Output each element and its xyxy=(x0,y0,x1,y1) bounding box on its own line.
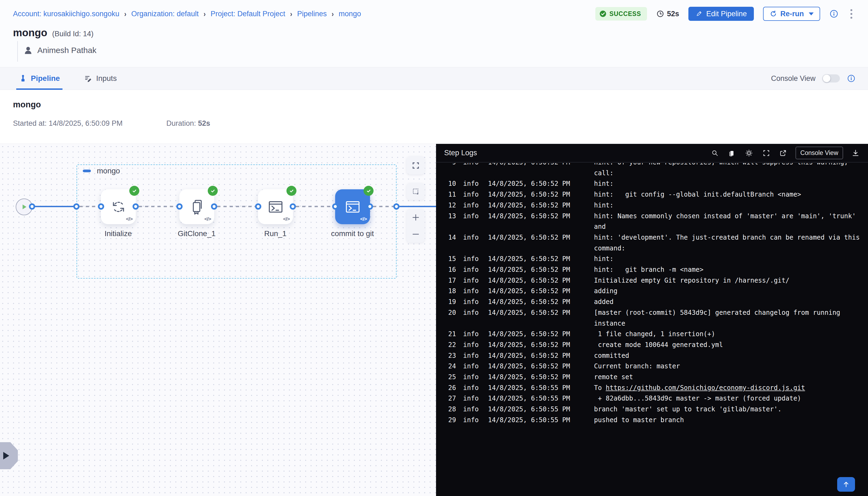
log-toolbar: Console View xyxy=(711,146,860,159)
info-icon[interactable] xyxy=(829,9,838,18)
arrow-right-icon xyxy=(3,452,9,460)
log-line: + 82a6dbb...5843d9c master -> master (fo… xyxy=(594,393,868,404)
log-row: 15info14/8/2025, 6:50:52 PMhint: xyxy=(436,254,868,264)
search-icon[interactable] xyxy=(711,149,719,157)
pipeline-canvas[interactable]: mongo </>Initialize </>GitClone_1 </>Run… xyxy=(0,144,436,496)
log-message: [master (root-commit) 5843d9c] generated… xyxy=(594,308,868,329)
settings-gear-icon[interactable] xyxy=(744,148,754,158)
log-level: info xyxy=(463,200,480,211)
log-line-number: 27 xyxy=(444,393,456,404)
duration-value: 52s xyxy=(198,119,210,127)
more-options-button[interactable] xyxy=(848,7,855,20)
log-body[interactable]: 9info14/8/2025, 6:50:52 PMhint: of your … xyxy=(436,163,868,496)
duration-text: 52s xyxy=(667,10,679,18)
rerun-label: Re-run xyxy=(780,10,804,18)
code-icon: </> xyxy=(204,216,211,222)
log-message: pushed to master branch xyxy=(594,415,868,426)
breadcrumb-item[interactable]: Project: Default Project xyxy=(211,10,285,18)
log-message: hint: 'development'. The just-created br… xyxy=(594,232,868,254)
collapse-icon[interactable] xyxy=(83,170,91,172)
log-line-number: 11 xyxy=(444,189,456,200)
log-message: added xyxy=(594,297,868,308)
tab-inputs[interactable]: Inputs xyxy=(81,67,119,90)
connector-port xyxy=(211,203,217,210)
tab-pipeline[interactable]: Pipeline xyxy=(16,67,62,90)
node-label: commit to git xyxy=(317,229,388,238)
status-badge: SUCCESS xyxy=(595,7,647,20)
success-badge xyxy=(363,186,374,196)
copy-icon[interactable] xyxy=(727,149,736,157)
tab-inputs-label: Inputs xyxy=(96,74,117,83)
log-level: info xyxy=(463,404,480,415)
log-link[interactable]: https://github.com/Sonichigo/economy-dis… xyxy=(606,384,805,392)
log-message: hint: of your new repositories, which wi… xyxy=(594,163,868,179)
log-row: 16info14/8/2025, 6:50:52 PMhint: git bra… xyxy=(436,264,868,275)
success-check-icon xyxy=(599,10,607,18)
log-line: and xyxy=(594,221,868,232)
log-line: 1 file changed, 1 insertion(+) xyxy=(594,329,868,340)
log-message: hint: git branch -m <name> xyxy=(594,264,868,275)
log-timestamp: 14/8/2025, 6:50:52 PM xyxy=(488,351,574,361)
connector-port xyxy=(29,203,35,210)
log-row: 9info14/8/2025, 6:50:52 PMhint: of your … xyxy=(436,163,868,179)
duration-chip: 52s xyxy=(656,10,679,18)
pipeline-node-gitclone_1[interactable]: </> xyxy=(179,189,214,224)
log-message: committed xyxy=(594,351,868,361)
connector-line xyxy=(32,206,74,207)
breadcrumb-item[interactable]: Organization: default xyxy=(131,10,199,18)
console-view-toggle[interactable] xyxy=(823,74,840,82)
log-timestamp: 14/8/2025, 6:50:55 PM xyxy=(488,383,574,393)
pipeline-node-initialize[interactable]: </> xyxy=(101,189,136,224)
breadcrumb-item[interactable]: Pipelines xyxy=(297,10,327,18)
log-line-number: 25 xyxy=(444,372,456,383)
log-row: 17info14/8/2025, 6:50:52 PMInitialized e… xyxy=(436,275,868,286)
log-level: info xyxy=(463,393,480,404)
breadcrumb-item[interactable]: mongo xyxy=(339,10,361,18)
selection-tool-button[interactable] xyxy=(406,183,425,200)
log-line-number: 16 xyxy=(444,264,456,275)
log-timestamp: 14/8/2025, 6:50:55 PM xyxy=(488,415,574,426)
log-level: info xyxy=(463,275,480,286)
log-line-number: 10 xyxy=(444,179,456,189)
user-icon xyxy=(23,45,33,55)
log-row: 19info14/8/2025, 6:50:52 PMadded xyxy=(436,297,868,308)
maximize-icon[interactable] xyxy=(762,149,771,157)
info-icon[interactable] xyxy=(847,74,855,83)
breadcrumb-item[interactable]: Account: kurosakiichigo.songoku xyxy=(13,10,119,18)
log-header: Step Logs Console View xyxy=(436,144,868,162)
open-in-new-icon[interactable] xyxy=(779,149,787,157)
scroll-to-top-button[interactable] xyxy=(837,477,855,492)
log-line: hint: 'development'. The just-created br… xyxy=(594,232,868,243)
log-line-number: 23 xyxy=(444,351,456,361)
log-row: 21info14/8/2025, 6:50:52 PM 1 file chang… xyxy=(436,329,868,340)
log-message: hint: Names commonly chosen instead of '… xyxy=(594,211,868,232)
log-line-number: 13 xyxy=(444,211,456,222)
log-message: Initialized empty Git repository in /har… xyxy=(594,275,868,286)
node-label: Initialize xyxy=(83,229,153,238)
edit-pipeline-button[interactable]: Edit Pipeline xyxy=(688,7,754,21)
log-timestamp: 14/8/2025, 6:50:52 PM xyxy=(488,361,574,372)
expand-left-panel-handle[interactable] xyxy=(0,442,18,469)
pencil-icon xyxy=(695,10,702,17)
minus-icon xyxy=(411,230,420,239)
log-panel-title: Step Logs xyxy=(444,149,477,157)
connector-port xyxy=(367,203,373,210)
pipeline-node-commit-to-git[interactable]: </> xyxy=(335,189,370,224)
pipeline-icon xyxy=(19,74,27,82)
terminal-icon xyxy=(344,198,362,216)
connector-port xyxy=(332,203,338,210)
zoom-out-button[interactable] xyxy=(406,226,425,243)
fullscreen-button[interactable] xyxy=(406,156,425,174)
zoom-in-button[interactable] xyxy=(406,209,425,226)
pipeline-node-run_1[interactable]: </> xyxy=(258,189,293,224)
zoom-controls xyxy=(406,209,425,243)
rerun-button[interactable]: Re-run xyxy=(763,7,820,21)
tab-bar: Pipeline Inputs Console View xyxy=(0,67,868,90)
breadcrumb-separator: › xyxy=(124,10,126,18)
download-icon[interactable] xyxy=(851,149,860,157)
console-view-button[interactable]: Console View xyxy=(795,146,843,159)
stage-group-header[interactable]: mongo xyxy=(83,167,120,175)
log-row: 13info14/8/2025, 6:50:52 PMhint: Names c… xyxy=(436,211,868,232)
clone-icon xyxy=(188,198,205,216)
log-message: branch 'master' set up to track 'gitlab/… xyxy=(594,404,868,415)
